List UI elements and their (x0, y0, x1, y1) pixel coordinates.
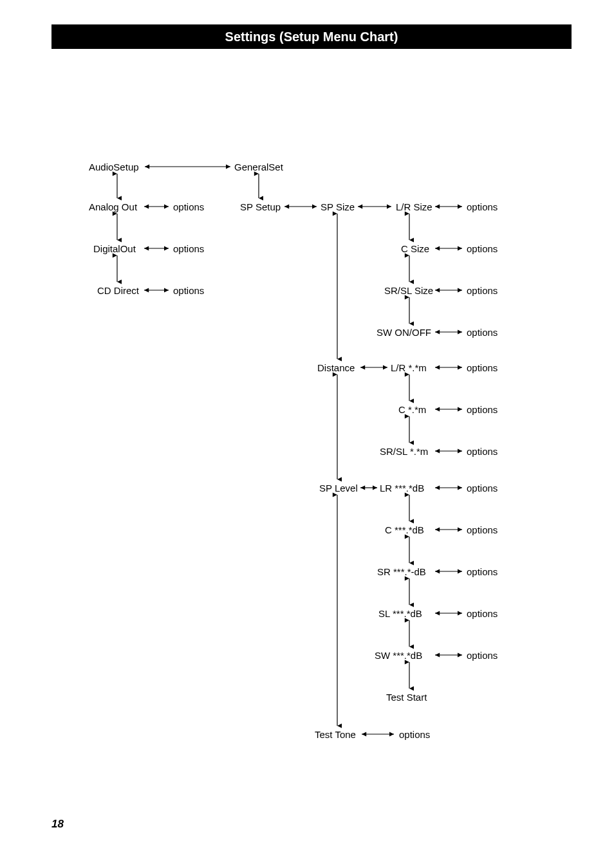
node-cd-direct: CD Direct (97, 285, 139, 296)
node-lr-size: L/R Size (396, 201, 433, 212)
node-c-size: C Size (401, 243, 429, 254)
options-srsl-size: options (467, 285, 498, 296)
header-bar: Settings (Setup Menu Chart) (51, 24, 572, 49)
node-lr-db: LR ***.*dB (380, 483, 424, 494)
flowchart-arrows (0, 0, 614, 868)
node-test-start: Test Start (386, 692, 427, 703)
options-sr-db: options (467, 566, 498, 577)
options-lr-dist: options (467, 362, 498, 373)
options-lr-db: options (467, 483, 498, 494)
options-test-tone: options (399, 729, 430, 740)
options-c-db: options (467, 524, 498, 535)
node-lr-dist: L/R *.*m (391, 362, 427, 373)
node-sw-db: SW ***.*dB (375, 650, 422, 661)
node-sl-db: SL ***.*dB (378, 608, 422, 619)
node-c-db: C ***.*dB (385, 524, 424, 535)
node-test-tone: Test Tone (315, 729, 356, 740)
options-digital-out: options (173, 243, 204, 254)
options-cd-direct: options (173, 285, 204, 296)
node-sp-setup: SP Setup (240, 201, 281, 212)
header-title: Settings (Setup Menu Chart) (225, 30, 398, 44)
options-sl-db: options (467, 608, 498, 619)
options-analog-out: options (173, 201, 204, 212)
node-sr-db: SR ***.*-dB (377, 566, 426, 577)
node-sp-size: SP Size (321, 201, 355, 212)
page-number: 18 (51, 818, 64, 831)
options-sw-db: options (467, 650, 498, 661)
node-audio-setup: AudioSetup (89, 162, 139, 172)
options-srsl-dist: options (467, 446, 498, 457)
options-sw-onoff: options (467, 327, 498, 338)
node-c-dist: C *.*m (398, 404, 426, 415)
options-c-dist: options (467, 404, 498, 415)
node-srsl-size: SR/SL Size (384, 285, 433, 296)
node-digital-out: DigitalOut (93, 243, 136, 254)
node-analog-out: Analog Out (89, 201, 137, 212)
node-distance: Distance (317, 362, 355, 373)
options-c-size: options (467, 243, 498, 254)
node-general-set: GeneralSet (234, 162, 283, 172)
node-sw-onoff: SW ON/OFF (377, 327, 431, 338)
node-srsl-dist: SR/SL *.*m (380, 446, 428, 457)
node-sp-level: SP Level (319, 483, 358, 494)
options-lr-size: options (467, 201, 498, 212)
